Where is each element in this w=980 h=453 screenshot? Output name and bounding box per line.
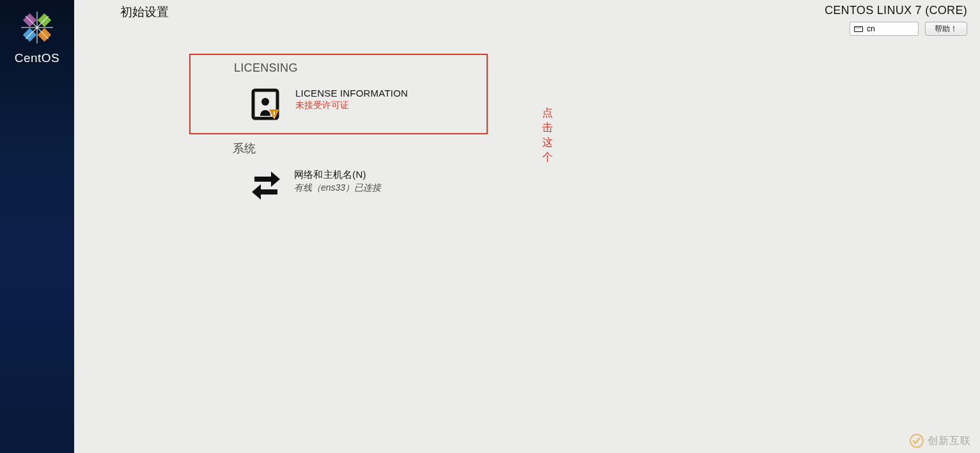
main-panel: 初始设置 CENTOS LINUX 7 (CORE) cn 帮助！ LICENS… (74, 0, 980, 453)
help-button-label: 帮助！ (935, 24, 958, 35)
centos-logo: CentOS (15, 10, 60, 65)
centos-brand-text: CentOS (15, 51, 60, 65)
watermark-text: 创新互联 (928, 434, 971, 448)
watermark-icon (910, 434, 924, 448)
centos-logo-icon (20, 10, 54, 45)
os-label: CENTOS LINUX 7 (CORE) (825, 4, 967, 17)
system-section: 系统 网络和主机名(N) 有线（ens33）已连接 (233, 141, 961, 202)
license-spoke-text: LICENSE INFORMATION 未接受许可证 (295, 88, 408, 111)
keyboard-icon (854, 26, 863, 32)
keyboard-layout-selector[interactable]: cn (850, 22, 919, 36)
network-spoke-text: 网络和主机名(N) 有线（ens33）已连接 (294, 169, 381, 194)
help-button[interactable]: 帮助！ (925, 22, 967, 36)
network-spoke-status: 有线（ens33）已连接 (294, 182, 381, 194)
click-this-annotation: 点击这个 (542, 106, 553, 164)
keyboard-layout-code: cn (867, 24, 875, 33)
svg-rect-11 (274, 116, 275, 118)
network-spoke-title: 网络和主机名(N) (294, 169, 381, 181)
content: LICENSING LICENSE INFORMATION 未接受许可证 (189, 54, 961, 202)
svg-point-9 (261, 98, 269, 106)
page-title: 初始设置 (120, 4, 169, 20)
license-spoke-title: LICENSE INFORMATION (295, 88, 408, 99)
licensing-header: LICENSING (234, 61, 486, 75)
header: 初始设置 CENTOS LINUX 7 (CORE) cn 帮助！ (120, 1, 967, 33)
license-spoke-status: 未接受许可证 (295, 100, 408, 111)
license-information-spoke[interactable]: LICENSE INFORMATION 未接受许可证 (251, 88, 486, 121)
top-toolbar: cn 帮助！ (850, 22, 967, 36)
license-icon-with-warning (251, 88, 284, 121)
system-header: 系统 (233, 141, 961, 156)
licensing-section-highlight: LICENSING LICENSE INFORMATION 未接受许可证 (189, 54, 488, 134)
svg-rect-10 (274, 111, 275, 115)
watermark: 创新互联 (910, 434, 971, 448)
network-arrows-icon (249, 169, 283, 202)
network-hostname-spoke[interactable]: 网络和主机名(N) 有线（ens33）已连接 (249, 169, 961, 202)
sidebar: CentOS (0, 0, 74, 453)
